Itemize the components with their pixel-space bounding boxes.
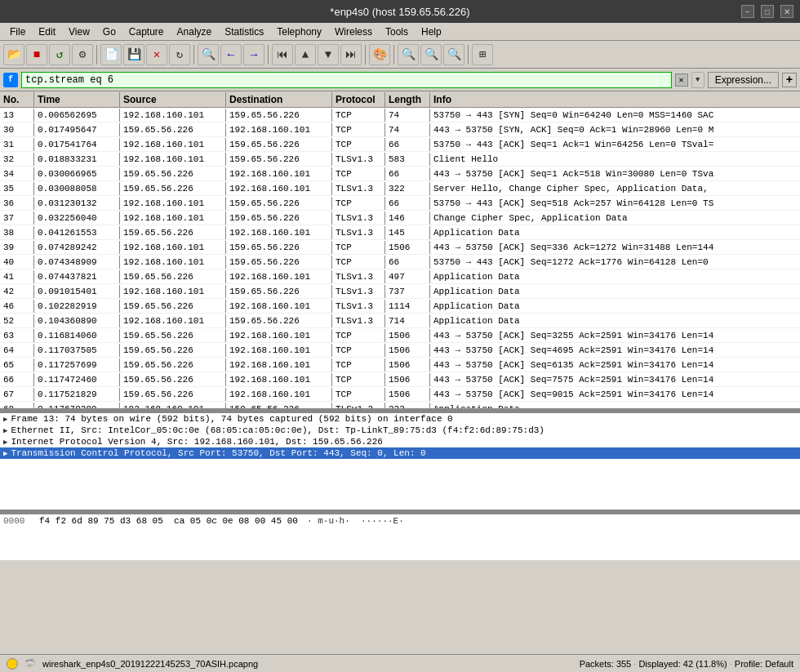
toolbar-sep3	[268, 45, 269, 65]
cell-proto: TLSv1.3	[332, 270, 385, 283]
filter-expression-button[interactable]: Expression...	[708, 72, 779, 88]
cell-info: 443 → 53750 [ACK] Seq=1 Ack=518 Win=3008…	[430, 167, 800, 180]
cell-proto: TLSv1.3	[332, 182, 385, 195]
colorize-button[interactable]: 🎨	[369, 44, 390, 65]
zoom-in-button[interactable]: 🔍	[398, 44, 419, 65]
cell-time: 0.074437821	[34, 270, 120, 283]
menu-help[interactable]: Help	[415, 24, 448, 39]
zoom-out-button[interactable]: 🔍	[420, 44, 442, 65]
cell-time: 0.104360890	[34, 314, 120, 327]
table-row[interactable]: 39 0.074289242 192.168.160.101 159.65.56…	[0, 240, 800, 255]
menu-analyze[interactable]: Analyze	[171, 24, 219, 39]
col-header-protocol: Protocol	[332, 92, 385, 107]
cell-no: 65	[0, 358, 34, 372]
table-row[interactable]: 37 0.032256040 192.168.160.101 159.65.56…	[0, 211, 800, 225]
menu-view[interactable]: View	[62, 24, 96, 39]
menu-go[interactable]: Go	[96, 24, 122, 39]
filter-input[interactable]	[21, 72, 672, 88]
table-row[interactable]: 46 0.102282919 159.65.56.226 192.168.160…	[0, 299, 800, 314]
detail-row[interactable]: ▶ Frame 13: 74 bytes on wire (592 bits),…	[0, 413, 800, 425]
cell-src: 192.168.160.101	[120, 109, 226, 122]
table-row[interactable]: 68 0.117670289 192.168.160.101 159.65.56…	[0, 402, 800, 408]
table-row[interactable]: 35 0.030088058 159.65.56.226 192.168.160…	[0, 181, 800, 196]
detail-row[interactable]: ▶ Transmission Control Protocol, Src Por…	[0, 447, 800, 459]
go-down-button[interactable]: ▼	[318, 44, 339, 65]
filter-arrow-button[interactable]: ▼	[691, 72, 704, 88]
table-row[interactable]: 36 0.031230132 192.168.160.101 159.65.56…	[0, 196, 800, 211]
cell-no: 66	[0, 373, 34, 386]
menu-statistics[interactable]: Statistics	[218, 24, 270, 39]
packet-list-body[interactable]: 13 0.006562695 192.168.160.101 159.65.56…	[0, 108, 800, 408]
cell-len: 66	[385, 138, 430, 151]
menu-capture[interactable]: Capture	[122, 24, 171, 39]
table-row[interactable]: 34 0.030066965 159.65.56.226 192.168.160…	[0, 167, 800, 181]
cell-src: 192.168.160.101	[120, 197, 226, 210]
table-row[interactable]: 38 0.041261553 159.65.56.226 192.168.160…	[0, 225, 800, 240]
cell-info: Client Hello	[430, 153, 800, 166]
maximize-button[interactable]: □	[761, 5, 774, 18]
save-button[interactable]: 💾	[123, 44, 144, 65]
table-row[interactable]: 66 0.117472460 159.65.56.226 192.168.160…	[0, 372, 800, 387]
cell-info: Application Data	[430, 270, 800, 283]
close-cap-button[interactable]: ✕	[146, 44, 167, 65]
filter-clear-button[interactable]: ✕	[675, 73, 688, 87]
table-row[interactable]: 13 0.006562695 192.168.160.101 159.65.56…	[0, 108, 800, 122]
cell-info: Change Cipher Spec, Application Data	[430, 211, 800, 225]
find-button[interactable]: 🔍	[198, 44, 219, 65]
menu-file[interactable]: File	[3, 24, 32, 39]
close-button[interactable]: ✕	[780, 5, 793, 18]
col-header-info: Info	[430, 92, 800, 107]
restart-button[interactable]: ↺	[49, 44, 70, 65]
menu-edit[interactable]: Edit	[32, 24, 62, 39]
col-header-no: No.	[0, 92, 34, 107]
titlebar: *enp4s0 (host 159.65.56.226) − □ ✕	[0, 0, 800, 23]
cell-info: 443 → 53750 [SYN, ACK] Seq=0 Ack=1 Win=2…	[430, 123, 800, 136]
go-up-button[interactable]: ▲	[295, 44, 316, 65]
detail-row[interactable]: ▶ Ethernet II, Src: IntelCor_05:0c:0e (6…	[0, 425, 800, 436]
table-row[interactable]: 41 0.074437821 159.65.56.226 192.168.160…	[0, 269, 800, 284]
toolbar-sep4	[365, 45, 366, 65]
cell-len: 146	[385, 211, 430, 225]
table-row[interactable]: 64 0.117037505 159.65.56.226 192.168.160…	[0, 343, 800, 358]
cell-len: 74	[385, 123, 430, 136]
stop-button[interactable]: ■	[26, 44, 47, 65]
cell-no: 32	[0, 153, 34, 166]
menu-telephony[interactable]: Telephony	[270, 24, 328, 39]
zoom-reset-button[interactable]: 🔍	[443, 44, 464, 65]
table-row[interactable]: 67 0.117521829 159.65.56.226 192.168.160…	[0, 387, 800, 402]
detail-text: Transmission Control Protocol, Src Port:…	[11, 448, 425, 458]
menu-tools[interactable]: Tools	[379, 24, 415, 39]
open-button[interactable]: 📂	[3, 44, 24, 65]
table-row[interactable]: 42 0.091015401 192.168.160.101 159.65.56…	[0, 284, 800, 299]
table-row[interactable]: 52 0.104360890 192.168.160.101 159.65.56…	[0, 314, 800, 328]
cell-time: 0.117257699	[34, 358, 120, 372]
menu-wireless[interactable]: Wireless	[328, 24, 379, 39]
filter-add-button[interactable]: +	[782, 73, 797, 87]
reload-button[interactable]: ↻	[169, 44, 190, 65]
cell-info: Server Hello, Change Cipher Spec, Applic…	[430, 182, 800, 195]
packet-details[interactable]: ▶ Frame 13: 74 bytes on wire (592 bits),…	[0, 413, 800, 511]
cell-proto: TCP	[332, 109, 385, 122]
cell-src: 192.168.160.101	[120, 241, 226, 254]
table-row[interactable]: 65 0.117257699 159.65.56.226 192.168.160…	[0, 358, 800, 372]
go-last-button[interactable]: ⏭	[340, 44, 362, 65]
table-row[interactable]: 40 0.074348909 192.168.160.101 159.65.56…	[0, 255, 800, 269]
preferences-button[interactable]: ⚙	[72, 44, 93, 65]
prev-button[interactable]: ←	[220, 44, 242, 65]
next-button[interactable]: →	[243, 44, 264, 65]
go-first-button[interactable]: ⏮	[272, 44, 293, 65]
table-row[interactable]: 63 0.116814060 159.65.56.226 192.168.160…	[0, 328, 800, 343]
cell-no: 36	[0, 197, 34, 210]
cell-proto: TLSv1.3	[332, 226, 385, 239]
cell-time: 0.031230132	[34, 197, 120, 210]
cell-proto: TCP	[332, 123, 385, 136]
layout-button[interactable]: ⊞	[472, 44, 493, 65]
new-button[interactable]: 📄	[100, 44, 122, 65]
table-row[interactable]: 32 0.018833231 192.168.160.101 159.65.56…	[0, 152, 800, 167]
detail-row[interactable]: ▶ Internet Protocol Version 4, Src: 192.…	[0, 436, 800, 447]
table-row[interactable]: 30 0.017495647 159.65.56.226 192.168.160…	[0, 122, 800, 137]
minimize-button[interactable]: −	[741, 5, 754, 18]
table-row[interactable]: 31 0.017541764 192.168.160.101 159.65.56…	[0, 137, 800, 152]
col-header-length: Length	[385, 92, 430, 107]
cell-time: 0.117670289	[34, 403, 120, 409]
